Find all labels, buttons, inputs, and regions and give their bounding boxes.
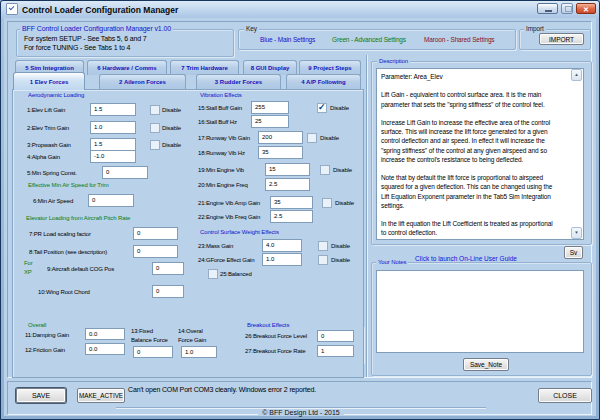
default-cog-pos-input[interactable]: 0: [152, 262, 184, 275]
make-active-button[interactable]: MAKE_ACTIVE: [77, 388, 125, 403]
tab-9-project-steps[interactable]: 9 Project Steps: [299, 60, 361, 75]
min-spring-const-input[interactable]: 0: [102, 166, 148, 179]
gforce-effect-gain-label: 24:GForce Effect Gain: [198, 256, 254, 264]
tab-4-ap-following[interactable]: 4 A/P Following: [286, 74, 361, 89]
elev-trim-gain-label: 2:Elev Trim Gain: [27, 124, 69, 132]
key-blue-label: Blue - Main Settings: [260, 36, 315, 44]
runway-vib-hz-label: 18:Runway Vib Hz: [198, 149, 245, 157]
scroll-down-arrow[interactable]: ▼: [571, 227, 582, 239]
damping-gain-label: 11:Damping Gain: [25, 331, 69, 339]
scroll-up-arrow[interactable]: ▲: [571, 69, 582, 81]
damping-gain-input[interactable]: 0.0: [85, 328, 125, 340]
mass-gain-disable-checkbox[interactable]: [318, 241, 328, 251]
stall-buff-gain-disable-checkbox[interactable]: [317, 103, 327, 113]
user-guide-link[interactable]: Click to launch On-Line User Guide: [415, 255, 517, 262]
min-engine-freq-input[interactable]: 2.5: [265, 178, 310, 191]
min-engine-vib-input[interactable]: 15: [265, 163, 310, 176]
description-text: Parameter: Area_Elev Lift Gain - equival…: [381, 72, 569, 238]
runway-vib-gain-input[interactable]: 200: [258, 131, 303, 144]
min-air-speed-input[interactable]: 0: [88, 194, 134, 207]
disable-label: Disable: [162, 141, 181, 149]
mass-gain-input[interactable]: 4.0: [262, 239, 302, 252]
engine-vib-amp-gain-input[interactable]: 35: [270, 196, 313, 209]
elev-lift-gain-disable-checkbox[interactable]: [150, 105, 160, 115]
key-green-label: Green - Advanced Settings: [332, 36, 406, 44]
alpha-gain-label: 4:Alpha Gain: [27, 153, 60, 161]
stall-buff-gain-input[interactable]: 255: [251, 101, 289, 114]
window-icon: [6, 3, 18, 15]
elev-trim-gain-input[interactable]: 1.0: [90, 121, 136, 134]
engine-vib-amp-gain-disable-checkbox[interactable]: [322, 198, 332, 208]
overall-force-gain-input[interactable]: 1.0: [181, 346, 217, 358]
pr-load-scaling-input[interactable]: 0: [133, 227, 178, 240]
info-group: [16, 29, 234, 57]
tab-3-rudder-forces[interactable]: 3 Rudder Forces: [196, 74, 281, 89]
min-engine-vib-disable-checkbox[interactable]: [320, 165, 330, 175]
stall-buff-hz-input[interactable]: 25: [251, 115, 289, 128]
engine-vib-freq-gain-input[interactable]: 2.5: [270, 210, 313, 223]
propwash-gain-disable-checkbox[interactable]: [150, 140, 160, 150]
overall-force-gain-label: 14:Overal Force Gain: [178, 327, 206, 344]
wing-root-chord-label: 10:Wing Root Chord: [38, 288, 90, 296]
breakout-effects-title: Breakout Effects: [245, 321, 291, 329]
tab-1-elev-forces[interactable]: 1 Elev Forces: [13, 72, 85, 90]
save-note-button[interactable]: Save_Note: [463, 358, 509, 371]
tab-2-aileron-forces[interactable]: 2 Aileron Forces: [99, 74, 186, 89]
info-line2: For force TUNING - See Tabs 1 to 4: [24, 44, 130, 52]
tail-position-input[interactable]: 0: [133, 245, 178, 258]
your-notes-title: Your Notes: [376, 258, 408, 266]
alpha-gain-input[interactable]: -1.0: [90, 150, 136, 163]
elev-lift-gain-label: 1:Elev Lift Gain: [27, 106, 65, 114]
key-group-title: Key: [244, 25, 259, 33]
elev-lift-gain-input[interactable]: 1.5: [90, 103, 136, 116]
engine-vib-amp-gain-label: 21:Engine Vib Amp Gain: [198, 199, 260, 207]
import-button[interactable]: IMPORT: [539, 33, 584, 45]
description-title: Description: [377, 57, 410, 65]
close-window-button[interactable]: CLOSE: [538, 388, 592, 403]
fixed-balance-force-input[interactable]: 0: [133, 346, 173, 358]
window-title: Control Loader Configuration Manager: [22, 5, 178, 15]
disable-label: Disable: [333, 166, 352, 174]
minimize-button[interactable]: [537, 3, 558, 14]
tab-6-hardware-comms[interactable]: 6 Hardware / Comms: [87, 60, 167, 75]
disable-label: Disable: [320, 134, 339, 142]
vibration-effects-title: Vibration Effects: [198, 91, 244, 99]
overall-title: Overall: [26, 321, 48, 329]
notes-textarea[interactable]: [376, 270, 584, 353]
wing-root-chord-input[interactable]: 0: [152, 285, 184, 298]
balanced-checkbox[interactable]: [208, 269, 218, 279]
propwash-gain-label: 3:Propwash Gain: [27, 141, 71, 149]
status-message: Can't open COM Port COM3 cleanly. Window…: [128, 386, 316, 394]
gforce-effect-gain-input[interactable]: 1.0: [262, 253, 302, 266]
maximize-button[interactable]: [561, 3, 573, 14]
mass-gain-label: 23:Mass Gain: [198, 242, 233, 250]
tab-7-trim-hardware[interactable]: 7 Trim Hardware: [170, 60, 239, 75]
stall-buff-hz-label: 16:Stall Buff Hz: [198, 118, 237, 126]
breakout-force-level-label: 26:Breakout Force Level: [245, 332, 307, 340]
sv-button[interactable]: Sv: [564, 246, 583, 259]
breakout-force-level-input[interactable]: 0: [317, 330, 354, 342]
save-button[interactable]: SAVE: [16, 388, 66, 403]
friction-gain-input[interactable]: 0.0: [85, 343, 125, 355]
default-cog-pos-label: 9:Aircraft default COG Pos: [47, 265, 114, 273]
disable-label: Disable: [162, 124, 181, 132]
pr-load-scaling-label: 7:PR Load scaling factor: [29, 230, 91, 238]
disable-label: Disable: [335, 199, 354, 207]
balanced-label: 25:Balanced: [220, 270, 252, 278]
gforce-effect-gain-disable-checkbox[interactable]: [318, 255, 328, 265]
runway-vib-hz-input[interactable]: 35: [258, 146, 303, 159]
weight-effects-title: Control Surface Weight Effects: [198, 228, 281, 236]
stall-buff-gain-label: 15:Stall Buff Gain: [198, 104, 242, 112]
elev-trim-gain-disable-checkbox[interactable]: [150, 123, 160, 133]
breakout-force-rate-input[interactable]: 1: [317, 345, 354, 357]
copyright-label: © BFF Design Ltd - 2015: [258, 409, 344, 416]
engine-vib-freq-gain-label: 22:Engine Vib Freq Gain: [198, 213, 260, 221]
pitch-rate-title: Elevator Loading from Aircraft Pitch Rat…: [24, 214, 132, 222]
min-engine-freq-label: 20:Min Engine Freq: [198, 181, 248, 189]
close-button[interactable]: ✕: [576, 3, 596, 14]
import-group-title: Import: [524, 25, 546, 33]
tail-position-label: 8:Tail Position (see description): [29, 248, 107, 256]
runway-vib-gain-label: 17:Runway Vib Gain: [198, 134, 250, 142]
runway-vib-gain-disable-checkbox[interactable]: [307, 133, 317, 143]
tab-8-gui-display[interactable]: 8 GUI Display: [243, 60, 297, 75]
